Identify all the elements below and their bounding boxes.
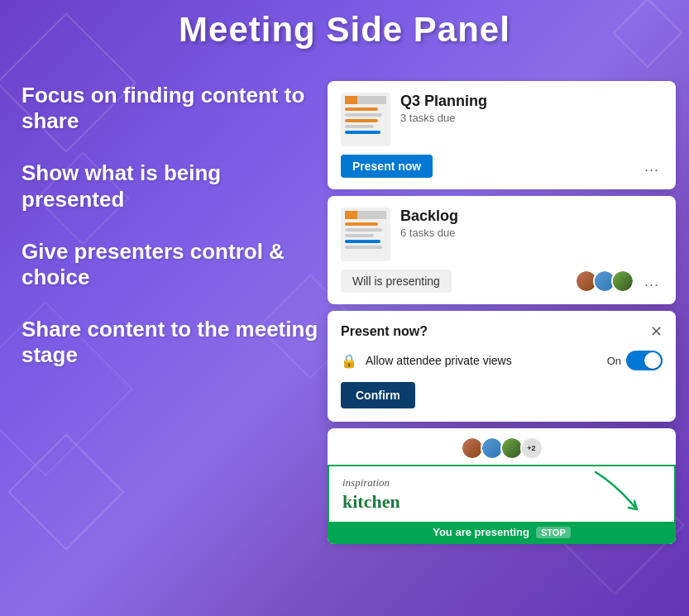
lock-icon: 🔒 <box>341 353 357 369</box>
page-title: Meeting Side Panel <box>0 10 689 50</box>
presenting-banner-text: You are presenting <box>433 526 529 538</box>
present-now-button[interactable]: Present now <box>341 155 433 178</box>
q3-title: Q3 Planning <box>400 93 663 110</box>
confirm-button[interactable]: Confirm <box>341 382 415 408</box>
presenting-card: +2 inspiration kitchen You are presentin… <box>328 428 676 544</box>
q3-planning-card: Q3 Planning 3 tasks due Present now ... <box>328 81 676 189</box>
will-presenting-button[interactable]: Will is presenting <box>341 270 452 293</box>
q3-subtitle: 3 tasks due <box>400 112 663 124</box>
backlog-title: Backlog <box>400 208 663 225</box>
present-now-popup: Present now? ✕ 🔒 Allow attendee private … <box>328 311 676 422</box>
backlog-thumbnail <box>341 208 390 261</box>
backlog-info: Backlog 6 tasks due <box>400 208 663 239</box>
presenting-avatar-more: +2 <box>520 437 543 460</box>
feature-text-3: Give presenters control & choice <box>22 239 319 290</box>
q3-thumbnail <box>341 93 390 146</box>
toggle-state-label: On <box>607 355 621 367</box>
avatar-group-backlog <box>575 270 634 293</box>
q3-info: Q3 Planning 3 tasks due <box>400 93 663 124</box>
avatar-3 <box>611 270 634 293</box>
attendee-option-label: Allow attendee private views <box>366 354 599 367</box>
toggle-knob <box>644 352 661 369</box>
q3-more-button[interactable]: ... <box>641 158 663 175</box>
presenting-avatars: +2 <box>328 428 676 465</box>
backlog-more-button[interactable]: ... <box>641 273 663 290</box>
feature-text-1: Focus on finding content to share <box>22 83 319 134</box>
popup-title: Present now? <box>341 324 428 339</box>
stop-badge[interactable]: STOP <box>536 527 571 538</box>
feature-text-2: Show what is being presented <box>22 160 319 212</box>
private-views-toggle[interactable] <box>626 351 663 370</box>
arrow-icon <box>591 468 649 518</box>
left-column: Focus on finding content to share Show w… <box>13 8 319 608</box>
backlog-card: Backlog 6 tasks due Will is presenting <box>328 196 676 304</box>
toggle-area: On <box>607 351 663 370</box>
presenting-content-area: inspiration kitchen You are presenting S… <box>328 465 676 544</box>
presenting-banner: You are presenting STOP <box>329 522 674 542</box>
backlog-subtitle: 6 tasks due <box>400 227 663 239</box>
feature-text-4: Share content to the meeting stage <box>22 317 319 368</box>
right-column: Q3 Planning 3 tasks due Present now ... <box>319 8 676 608</box>
popup-close-button[interactable]: ✕ <box>650 324 663 339</box>
